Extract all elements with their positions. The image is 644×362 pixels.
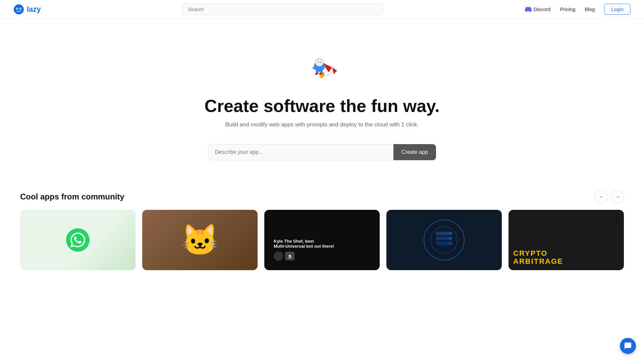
mascot-icon (302, 52, 342, 86)
whatsapp-svg (70, 233, 85, 247)
kyle-title: Kyle The Shef, bestMulti-Universal bot o… (274, 239, 370, 249)
blog-link[interactable]: Blog (585, 6, 595, 12)
community-section: Cool apps from community ← → 🐱 Kyle The … (0, 180, 644, 270)
kyle-badge-text: 🍺 (288, 255, 292, 258)
create-app-row: Create app (208, 144, 436, 160)
whatsapp-icon (66, 228, 90, 252)
svg-point-12 (316, 59, 322, 65)
svg-point-30 (449, 238, 451, 239)
data-svg (417, 213, 471, 267)
login-button[interactable]: Login (604, 4, 631, 15)
community-title: Cool apps from community (20, 192, 124, 201)
nav-right: Discord Pricing Blog Login (525, 4, 631, 15)
svg-point-15 (318, 62, 319, 62)
crypto-content: CRYPTOARBITRAGE (513, 249, 563, 265)
logo-text: lazy (27, 5, 41, 14)
cards-row: 🐱 Kyle The Shef, bestMulti-Universal bot… (20, 210, 624, 270)
svg-point-16 (320, 62, 321, 62)
kyle-content: Kyle The Shef, bestMulti-Universal bot o… (269, 234, 375, 265)
carousel-next-button[interactable]: → (611, 190, 624, 203)
chat-icon (624, 342, 632, 350)
hero-section: Create software the fun way. Build and m… (0, 19, 644, 180)
discord-icon (525, 6, 532, 13)
svg-point-29 (449, 233, 451, 234)
discord-label: Discord (534, 6, 551, 12)
navbar: lazy Discord Pricing Blog Login (0, 0, 644, 19)
app-card-whatsapp[interactable] (20, 210, 136, 270)
app-description-input[interactable] (208, 144, 393, 160)
cat-face: 🐱 (142, 210, 258, 270)
community-header: Cool apps from community ← → (20, 190, 624, 203)
pricing-link[interactable]: Pricing (560, 6, 575, 12)
blog-label: Blog (585, 6, 595, 12)
bitcoin-area: ₿ (616, 213, 621, 224)
bitcoin-icon: ₿ (616, 214, 621, 224)
hero-title: Create software the fun way. (204, 96, 439, 116)
app-card-crypto[interactable]: CRYPTOARBITRAGE ₿ (508, 210, 624, 270)
svg-point-31 (449, 243, 451, 244)
carousel-controls: ← → (595, 190, 624, 203)
pricing-label: Pricing (560, 6, 575, 12)
svg-point-21 (315, 73, 318, 75)
carousel-prev-button[interactable]: ← (595, 190, 608, 203)
svg-point-3 (17, 8, 18, 9)
svg-point-0 (14, 4, 24, 14)
hero-subtitle: Build and modify web apps with prompts a… (225, 121, 419, 128)
svg-point-22 (319, 73, 322, 75)
svg-point-4 (20, 8, 21, 9)
discord-link[interactable]: Discord (525, 6, 551, 13)
app-card-cat[interactable]: 🐱 (142, 210, 258, 270)
mascot-container (302, 52, 342, 86)
app-card-kyle[interactable]: Kyle The Shef, bestMulti-Universal bot o… (264, 210, 380, 270)
kyle-row: 🍺 (274, 251, 370, 261)
crypto-text: CRYPTOARBITRAGE (513, 249, 563, 265)
logo-icon (13, 4, 24, 15)
chat-button[interactable] (620, 338, 636, 354)
app-card-data[interactable] (386, 210, 502, 270)
data-visual (386, 210, 502, 270)
create-app-button[interactable]: Create app (393, 144, 436, 160)
kyle-avatar (274, 251, 283, 261)
search-container (182, 3, 383, 15)
logo[interactable]: lazy (13, 4, 41, 15)
search-input[interactable] (182, 3, 383, 15)
kyle-badge: 🍺 (285, 252, 294, 260)
